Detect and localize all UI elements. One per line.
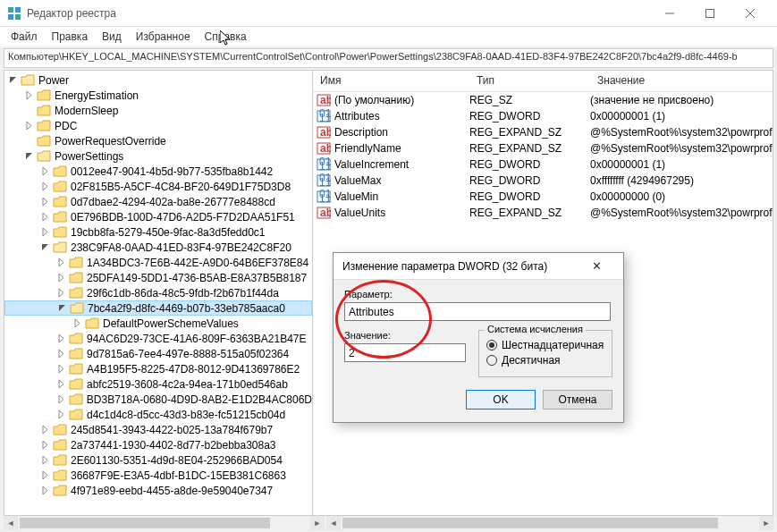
col-type[interactable]: Тип (469, 71, 590, 91)
expand-toggle-icon[interactable] (56, 364, 66, 374)
expand-toggle-icon[interactable] (72, 318, 82, 328)
tree-item[interactable]: 2a737441-1930-4402-8d77-b2bebba308a3 (4, 437, 312, 452)
svg-rect-3 (15, 14, 21, 20)
minimize-button[interactable] (649, 0, 689, 27)
tree-item[interactable]: PowerSettings (4, 148, 312, 164)
expand-toggle-icon[interactable] (40, 440, 50, 450)
expand-toggle-icon[interactable] (57, 303, 67, 313)
tree-label: 238C9FA8-0AAD-41ED-83F4-97BE242C8F20 (71, 241, 291, 254)
tree-label: 4f971e89-eebd-4455-a8de-9e59040e7347 (71, 485, 273, 497)
expand-toggle-icon[interactable] (40, 227, 50, 237)
tree-item[interactable]: 19cbb8fa-5279-450e-9fac-8a3d5fedd0c1 (4, 224, 312, 240)
tree-item[interactable]: 0d7dbae2-4294-402a-ba8e-26777e8488cd (4, 194, 312, 209)
expand-toggle-icon[interactable] (24, 121, 34, 131)
tree-pane[interactable]: PowerEnergyEstimationModernSleepPDCPower… (4, 71, 313, 515)
tree-item[interactable]: abfc2519-3608-4c2a-94ea-171b0ed546ab (4, 376, 312, 392)
tree-item[interactable]: EnergyEstimation (4, 88, 312, 103)
tree-label: PowerSettings (55, 150, 123, 163)
tree-item[interactable]: 238C9FA8-0AAD-41ED-83F4-97BE242C8F20 (4, 240, 312, 255)
menu-help[interactable]: Справка (198, 28, 254, 46)
expand-toggle-icon[interactable] (40, 486, 50, 495)
list-row[interactable]: abFriendlyNameREG_EXPAND_SZ@%SystemRoot%… (313, 140, 773, 156)
list-row[interactable]: 011110AttributesREG_DWORD0x00000001 (1) (313, 108, 773, 124)
tree-item[interactable]: 36687F9E-E3A5-4dbf-B1DC-15EB381C6863 (4, 468, 312, 483)
menu-favorites[interactable]: Избранное (129, 28, 198, 46)
expand-toggle-icon[interactable] (56, 349, 66, 359)
expand-toggle-icon[interactable] (40, 425, 50, 435)
scroll-left-icon[interactable]: ◄ (4, 516, 18, 530)
menu-view[interactable]: Вид (95, 28, 129, 46)
expand-toggle-icon[interactable] (56, 273, 66, 283)
ok-button[interactable]: OK (466, 390, 536, 410)
tree-label: PDC (55, 120, 77, 132)
cancel-button[interactable]: Отмена (543, 390, 612, 410)
expand-toggle-icon[interactable] (40, 455, 50, 465)
expand-toggle-icon[interactable] (24, 90, 34, 100)
tree-item[interactable]: d4c1d4c8-d5cc-43d3-b83e-fc51215cb04d (4, 407, 312, 422)
radio-dec[interactable]: Десятичная (486, 354, 604, 367)
tree-item[interactable]: PowerRequestOverride (4, 133, 312, 148)
maximize-button[interactable] (689, 0, 730, 27)
value-input[interactable] (344, 343, 466, 362)
radio-hex[interactable]: Шестнадцатеричная (486, 339, 604, 351)
list-row[interactable]: 011110ValueIncrementREG_DWORD0x00000001 … (313, 156, 773, 173)
close-button[interactable] (730, 0, 770, 27)
tree-item[interactable]: PDC (4, 118, 312, 133)
scroll-right-icon[interactable]: ► (310, 516, 325, 530)
expand-toggle-icon[interactable] (40, 242, 50, 252)
tree-item[interactable]: 9d7815a6-7ee4-497e-8888-515a05f02364 (4, 346, 312, 361)
tree-item[interactable]: 4f971e89-eebd-4455-a8de-9e59040e7347 (4, 483, 312, 498)
list-row[interactable]: abDescriptionREG_EXPAND_SZ@%SystemRoot%\… (313, 124, 773, 140)
dialog-close-button[interactable]: ✕ (579, 259, 614, 273)
tree-item[interactable]: 0E796BDB-100D-47D6-A2D5-F7D2DAA51F51 (4, 209, 312, 224)
expand-toggle-icon[interactable] (40, 470, 50, 480)
scroll-right-icon[interactable]: ► (759, 516, 773, 530)
tree-label: A4B195F5-8225-47D8-8012-9D41369786E2 (87, 363, 300, 376)
tree-item[interactable]: 02F815B5-A5CF-4C84-BF20-649D1F75D3D8 (4, 179, 312, 194)
expand-toggle-icon[interactable] (56, 334, 66, 343)
folder-icon (53, 454, 67, 467)
tree-item[interactable]: BD3B718A-0680-4D9D-8AB2-E1D2B4AC806D (4, 392, 312, 407)
folder-icon (53, 469, 67, 482)
expand-toggle-icon[interactable] (56, 258, 66, 267)
tree-item[interactable]: 245d8541-3943-4422-b025-13a784f679b7 (4, 422, 312, 437)
list-row[interactable]: 011110ValueMaxREG_DWORD0xffffffff (42949… (313, 173, 773, 189)
tree-item[interactable]: 1A34BDC3-7E6B-442E-A9D0-64B6EF378E84 (4, 255, 312, 270)
expand-toggle-icon[interactable] (56, 410, 66, 419)
list-row[interactable]: abValueUnitsREG_EXPAND_SZ@%SystemRoot%\s… (313, 205, 773, 221)
expand-toggle-icon[interactable] (40, 212, 50, 222)
value-type-icon: ab (317, 125, 331, 139)
address-bar[interactable]: Компьютер\HKEY_LOCAL_MACHINE\SYSTEM\Curr… (4, 48, 773, 68)
expand-toggle-icon[interactable] (40, 197, 50, 207)
list-row[interactable]: ab(По умолчанию)REG_SZ(значение не присв… (313, 92, 773, 108)
tree-item[interactable]: 94AC6D29-73CE-41A6-809F-6363BA21B47E (4, 331, 312, 346)
tree-item[interactable]: DefaultPowerSchemeValues (4, 316, 312, 331)
list-row[interactable]: 011110ValueMinREG_DWORD0x00000000 (0) (313, 189, 773, 205)
menu-edit[interactable]: Правка (45, 28, 96, 46)
tree-item[interactable]: A4B195F5-8225-47D8-8012-9D41369786E2 (4, 361, 312, 376)
cell-name: ValueUnits (334, 207, 469, 219)
expand-toggle-icon[interactable] (56, 394, 66, 404)
folder-icon (53, 485, 67, 497)
folder-icon (37, 89, 51, 102)
value-type-icon: 011110 (317, 190, 331, 204)
tree-item[interactable]: 25DFA149-5DD1-4736-B5AB-E8A37B5B8187 (4, 270, 312, 285)
col-name[interactable]: Имя (313, 71, 469, 91)
menu-file[interactable]: Файл (4, 28, 45, 46)
tree-item[interactable]: 2E601130-5351-4d9d-8E04-252966BAD054 (4, 452, 312, 468)
tree-item[interactable]: Power (4, 72, 312, 88)
scrollbar-horizontal[interactable]: ◄ ► ◄ ► (4, 516, 773, 530)
scroll-left-icon[interactable]: ◄ (326, 516, 341, 530)
expand-toggle-icon[interactable] (56, 288, 66, 298)
expand-toggle-icon[interactable] (56, 379, 66, 389)
expand-toggle-icon[interactable] (24, 151, 34, 161)
value-type-icon: ab (317, 206, 331, 220)
col-value[interactable]: Значение (590, 71, 773, 91)
expand-toggle-icon[interactable] (40, 182, 50, 191)
tree-item[interactable]: 0012ee47-9041-4b5d-9b77-535fba8b1442 (4, 164, 312, 179)
tree-item[interactable]: 7bc4a2f9-d8fc-4469-b07b-33eb785aaca0 (4, 300, 312, 316)
svg-text:110: 110 (319, 160, 331, 172)
expand-toggle-icon[interactable] (40, 166, 50, 176)
tree-item[interactable]: ModernSleep (4, 103, 312, 118)
tree-item[interactable]: 29f6c1db-86da-48c5-9fdb-f2b67b1f44da (4, 285, 312, 300)
